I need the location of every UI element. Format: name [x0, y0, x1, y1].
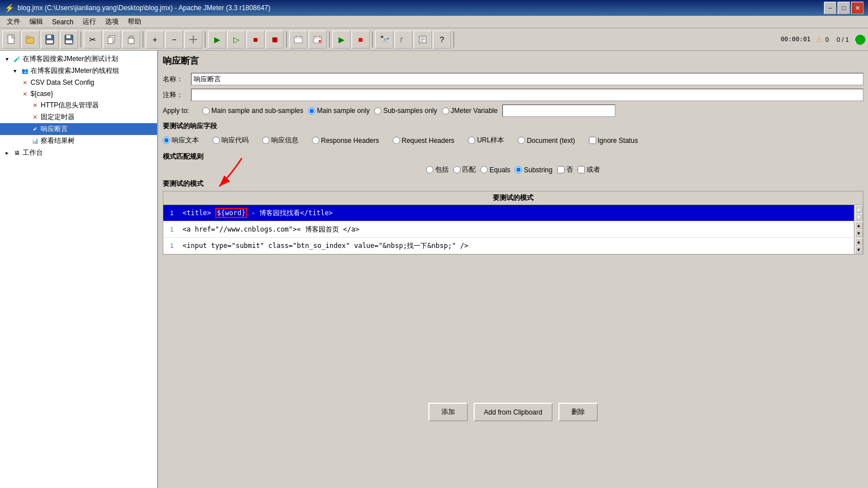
tb-remote-start-button[interactable]: ▶	[332, 30, 350, 49]
match-contains[interactable]: 包括	[426, 165, 449, 175]
field-resp-code[interactable]: 响应代码	[212, 136, 249, 145]
assertion-icon: ✔	[31, 125, 40, 134]
menu-help[interactable]: 帮助	[123, 16, 146, 28]
tree-item-plan[interactable]: ▾ 🧪 在博客园搜索JMeter的测试计划	[0, 53, 157, 65]
tb-separator-7	[453, 32, 454, 47]
field-resp-headers[interactable]: Response Headers	[312, 136, 379, 145]
close-button[interactable]: ✕	[851, 2, 863, 14]
field-ignore-status[interactable]: Ignore Status	[589, 136, 638, 145]
apply-to-options: Main sample and sub-samples Main sample …	[202, 104, 615, 117]
field-document[interactable]: Document (text)	[518, 136, 575, 145]
svg-rect-4	[47, 35, 51, 38]
add-clipboard-button[interactable]: Add from Clipboard	[474, 403, 552, 421]
http-header-icon: ✕	[31, 101, 40, 110]
tree-item-csv[interactable]: ✕ CSV Data Set Config	[0, 77, 157, 88]
tb-save-button[interactable]	[41, 30, 59, 49]
patterns-header: 要测试的模式	[163, 191, 863, 205]
tree-label-csv: CSV Data Set Config	[31, 79, 94, 86]
apply-main-only[interactable]: Main sample only	[308, 107, 370, 115]
tb-add-button[interactable]: +	[146, 30, 164, 49]
tb-clearall-button[interactable]	[309, 30, 327, 49]
menu-options[interactable]: 选项	[101, 16, 123, 28]
tb-open-button[interactable]	[21, 30, 40, 49]
jmeter-var-input[interactable]	[502, 104, 615, 117]
scroll-up-3[interactable]: ▲	[855, 238, 863, 246]
match-substring-label: Substring	[524, 166, 553, 174]
tb-expand-button[interactable]	[184, 30, 202, 49]
tree-item-http-header[interactable]: ✕ HTTP信息头管理器	[0, 99, 157, 111]
apply-sub-only[interactable]: Sub-samples only	[374, 107, 437, 115]
tree-label-http-header: HTTP信息头管理器	[41, 101, 99, 110]
field-req-headers-label: Request Headers	[402, 137, 454, 145]
field-req-headers[interactable]: Request Headers	[393, 136, 454, 145]
add-button[interactable]: 添加	[428, 403, 468, 421]
tb-function-button[interactable]: f	[394, 30, 413, 49]
svg-text:+: +	[71, 40, 73, 45]
tb-saveas-button[interactable]: +	[60, 30, 78, 49]
match-equals[interactable]: Equals	[480, 166, 510, 174]
scroll-up-1[interactable]: ▲	[855, 205, 863, 213]
apply-jmeter-var-label: JMeter Variable	[451, 107, 498, 115]
field-resp-text[interactable]: 响应文本	[163, 136, 199, 145]
field-url-sample[interactable]: URL样本	[468, 136, 504, 145]
tree-item-timer[interactable]: ✕ 固定定时器	[0, 111, 157, 123]
tb-remove-button[interactable]: −	[165, 30, 183, 49]
tree-item-workbench[interactable]: ▸ 🖥 工作台	[0, 147, 157, 159]
pattern-row-2[interactable]: 1 <a href="//www.cnblogs.com">« 博客园首页 </…	[163, 221, 863, 238]
tree-label-threadgroup: 在博客园搜索JMeter的线程组	[31, 66, 119, 76]
app-icon: ⚡	[5, 3, 14, 12]
pattern-row-1[interactable]: 1 <title> ${word} - 博客园找找看</title> ▲ ▼	[163, 205, 863, 221]
comment-label: 注释：	[163, 90, 191, 100]
match-substring[interactable]: Substring	[515, 166, 553, 174]
delete-button[interactable]: 删除	[558, 403, 598, 421]
tb-help-button[interactable]: ?	[433, 30, 451, 49]
comment-row: 注释：	[163, 89, 863, 101]
svg-rect-0	[8, 35, 14, 43]
maximize-button[interactable]: □	[837, 2, 850, 14]
tree-item-case[interactable]: ✕ ${case}	[0, 88, 157, 99]
menu-edit[interactable]: 编辑	[25, 16, 47, 28]
tree-expand-tg: ▾	[10, 67, 19, 76]
tb-copy-button[interactable]	[103, 30, 121, 49]
apply-main-sub[interactable]: Main sample and sub-samples	[202, 107, 303, 115]
tb-log-button[interactable]	[414, 30, 432, 49]
tree-expand-plan: ▾	[2, 55, 11, 64]
scroll-down-2[interactable]: ▼	[855, 229, 863, 237]
match-or[interactable]: 或者	[578, 165, 600, 175]
comment-input[interactable]	[191, 89, 863, 101]
field-resp-msg[interactable]: 响应信息	[262, 136, 298, 145]
tb-binoculars-button[interactable]: 🔭	[375, 30, 393, 49]
tree-item-resulttree[interactable]: 📊 察看结果树	[0, 135, 157, 147]
tb-shutdown-button[interactable]: ⏹	[266, 30, 284, 49]
field-document-label: Document (text)	[527, 137, 575, 145]
tb-run-nopause-button[interactable]: ▷	[227, 30, 245, 49]
match-not[interactable]: 否	[557, 165, 573, 175]
menu-file[interactable]: 文件	[2, 16, 25, 28]
tb-paste-button[interactable]	[122, 30, 140, 49]
scroll-up-2[interactable]: ▲	[855, 221, 863, 229]
tb-stop-button[interactable]: ■	[246, 30, 264, 49]
pattern-num-2: 1	[163, 225, 180, 234]
tb-clear-button[interactable]	[289, 30, 307, 49]
tb-new-button[interactable]	[2, 30, 20, 49]
tree-item-assertion[interactable]: ✔ 响应断言	[0, 123, 157, 135]
tree-label-workbench: 工作台	[23, 148, 43, 158]
match-matches[interactable]: 匹配	[453, 165, 476, 175]
pattern-row-3[interactable]: 1 <input type="submit" class="btn_so_ind…	[163, 238, 863, 254]
scroll-down-3[interactable]: ▼	[855, 246, 863, 254]
apply-to-label: Apply to:	[163, 107, 202, 115]
menu-search[interactable]: Search	[47, 17, 78, 27]
timer-display: 00:00:01	[780, 36, 810, 43]
minimize-button[interactable]: −	[824, 2, 836, 14]
tb-remote-stop-button[interactable]: ■	[351, 30, 370, 49]
tb-run-button[interactable]: ▶	[208, 30, 226, 49]
apply-jmeter-var[interactable]: JMeter Variable	[442, 107, 498, 115]
scroll-down-1[interactable]: ▼	[855, 213, 863, 221]
ratio-display: 0 / 1	[837, 36, 849, 43]
apply-sub-only-label: Sub-samples only	[383, 107, 437, 115]
svg-rect-2	[26, 36, 30, 38]
tree-item-threadgroup[interactable]: ▾ 👥 在博客园搜索JMeter的线程组	[0, 65, 157, 77]
name-input[interactable]	[191, 73, 863, 85]
tb-cut-button[interactable]: ✂	[84, 30, 102, 49]
menu-run[interactable]: 运行	[78, 16, 101, 28]
